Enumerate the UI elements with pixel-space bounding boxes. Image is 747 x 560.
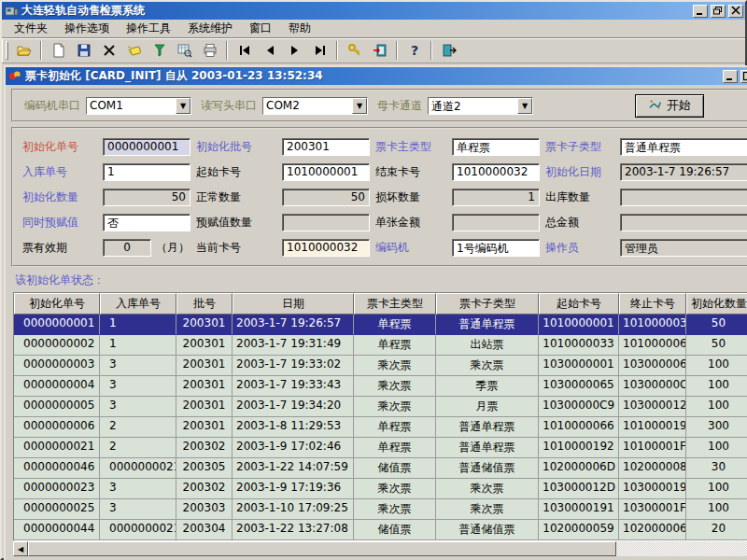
form-cell-16: 0（月） (103, 239, 190, 257)
toolbar-exit-door-button[interactable] (437, 40, 460, 62)
toolbar-print-button[interactable] (198, 40, 221, 62)
form-field-12[interactable]: 否 (103, 214, 190, 231)
table-row[interactable]: 000000000332003012003-1-7 19:33:02乘次票乘次票… (14, 356, 747, 376)
form-field-3[interactable]: 普通单程票 (620, 138, 747, 156)
menu-item-0[interactable]: 文件夹 (6, 19, 56, 38)
cell: 0000000021 (100, 520, 176, 540)
table-row[interactable]: 000000000212003012003-1-7 19:31:49单程票出站票… (14, 335, 747, 356)
menu-item-5[interactable]: 帮助 (280, 19, 319, 38)
toolbar-next-record-button[interactable] (283, 40, 306, 62)
table-row[interactable]: 000000000532003012003-1-7 19:34:20乘次票月票1… (14, 397, 747, 417)
chevron-down-icon[interactable]: ▼ (352, 98, 367, 114)
table-row[interactable]: 000000000622003012003-1-8 11:29:53单程票普通单… (14, 417, 747, 438)
form-field-10[interactable]: 1 (452, 189, 540, 206)
cell: 普通单程票 (436, 438, 539, 458)
table-row[interactable]: 000000000432003012003-1-7 19:33:43乘次票季票1… (14, 376, 747, 397)
form-field-1[interactable]: 200301 (282, 138, 370, 156)
form-field-0[interactable]: 0000000001 (103, 138, 190, 156)
restore-icon[interactable] (711, 5, 726, 18)
form-cell-3: 普通单程票 (620, 138, 747, 156)
cell: 2003-1-7 19:33:43 (233, 376, 354, 397)
toolbar-last-record-button[interactable] (308, 40, 331, 62)
toolbar-save-button[interactable] (72, 40, 95, 62)
table-row[interactable]: 000000000112003012003-1-7 19:26:57单程票普通单… (14, 315, 747, 335)
cell: 200301 (176, 397, 233, 417)
toolbar-new-document-button[interactable] (47, 40, 70, 62)
table-row[interactable]: 000000002332003022003-1-9 17:19:36乘次票乘次票… (14, 479, 747, 499)
column-header-2[interactable]: 批号 (176, 293, 233, 315)
save-icon (77, 43, 92, 58)
scroll-left-icon[interactable]: ◀ (13, 541, 28, 556)
table-row[interactable]: 000000004400000000212003042003-1-22 13:2… (14, 520, 747, 540)
form-label-14: 单张金额 (375, 215, 446, 231)
toolbar-first-record-button[interactable] (233, 40, 256, 62)
toolbar-delete-button[interactable] (97, 40, 120, 62)
horizontal-scroll-track[interactable] (616, 541, 747, 556)
cell: 乘次票 (354, 479, 436, 499)
maximize-icon[interactable] (740, 70, 747, 83)
menu-item-1[interactable]: 操作选项 (56, 19, 118, 38)
toolbar-prev-record-button[interactable] (258, 40, 281, 62)
table-row[interactable]: 000000002532003032003-1-10 17:09:25乘次票乘次… (14, 499, 747, 520)
comm-settings-panel: 编码机串口COM1▼读写头串口COM2▼母卡通道通道2▼开始 (11, 89, 747, 122)
column-header-4[interactable]: 票卡主类型 (354, 293, 436, 315)
chevron-down-icon[interactable]: ▼ (176, 98, 190, 114)
form-field-16[interactable]: 0 (103, 239, 151, 257)
comm-select-1[interactable]: COM2▼ (262, 97, 368, 115)
toolbar-key-button[interactable] (343, 40, 366, 62)
column-header-7[interactable]: 终止卡号 (619, 293, 686, 315)
form-field-5[interactable]: 1010000001 (282, 163, 370, 181)
menu-item-2[interactable]: 操作工具 (118, 19, 179, 38)
comm-select-2[interactable]: 通道2▼ (428, 97, 533, 115)
cell: 0000000003 (14, 356, 100, 376)
form-field-7[interactable]: 2003-1-7 19:26:57 (620, 163, 747, 181)
toolbar-open-folder-button[interactable] (12, 40, 35, 62)
column-header-6[interactable]: 起始卡号 (539, 293, 619, 315)
toolbar-help-button[interactable]: ? (402, 40, 426, 62)
cell: 1010000065 (619, 335, 686, 356)
form-field-17[interactable]: 1010000032 (282, 239, 370, 257)
form-field-8[interactable]: 50 (103, 189, 190, 206)
table-row[interactable]: 000000004600000000212003052003-1-22 14:0… (14, 458, 747, 479)
start-icon (648, 97, 662, 114)
form-field-11[interactable] (620, 189, 747, 206)
form-field-4[interactable]: 1 (103, 163, 190, 181)
form-field-14[interactable] (452, 214, 540, 231)
form-field-15[interactable] (620, 214, 747, 231)
form-field-13[interactable] (282, 214, 370, 231)
toolbar-query-table-button[interactable] (173, 40, 196, 62)
toolbar-download-filter-button[interactable] (148, 40, 171, 62)
cell: 1010000066 (539, 417, 619, 438)
toolbar-separator (396, 41, 398, 60)
horizontal-scroll-thumb[interactable] (28, 541, 616, 556)
close-icon[interactable] (728, 5, 743, 18)
column-header-1[interactable]: 入库单号 (100, 293, 176, 315)
cell: 10300001F4 (619, 499, 686, 520)
column-header-5[interactable]: 票卡子类型 (436, 293, 539, 315)
comm-select-0[interactable]: COM1▼ (86, 97, 191, 115)
menu-item-3[interactable]: 系统维护 (179, 19, 241, 38)
form-field-9[interactable]: 50 (282, 189, 370, 206)
form-field-19[interactable]: 管理员 (620, 239, 747, 257)
column-header-8[interactable]: 初始化数量 (686, 293, 747, 315)
start-button[interactable]: 开始 (635, 94, 704, 118)
form-field-6[interactable]: 1010000032 (452, 163, 540, 181)
cell: 1010000191 (619, 417, 686, 438)
horizontal-scrollbar[interactable]: ◀ ▶ (13, 541, 747, 556)
toolbar-login-door-button[interactable] (368, 40, 391, 62)
form-field-2[interactable]: 单程票 (452, 138, 540, 156)
column-header-3[interactable]: 日期 (233, 293, 354, 315)
cell: 单程票 (354, 335, 436, 356)
column-header-0[interactable]: 初始化单号 (14, 293, 100, 315)
chevron-down-icon[interactable]: ▼ (517, 98, 532, 114)
menu-item-4[interactable]: 窗口 (241, 19, 280, 38)
minimize-icon[interactable] (693, 5, 708, 18)
toolbar-write-card-button[interactable] (122, 40, 146, 62)
table-row[interactable]: 000000002122003022003-1-9 17:02:46单程票普通单… (14, 438, 747, 458)
cell: 103000012D (539, 479, 619, 499)
minimize-icon[interactable] (723, 70, 738, 83)
cell: 乘次票 (354, 356, 436, 376)
last-record-icon (313, 43, 328, 58)
form-field-18[interactable]: 1号编码机 (452, 239, 540, 257)
card-init-icon (8, 69, 22, 83)
